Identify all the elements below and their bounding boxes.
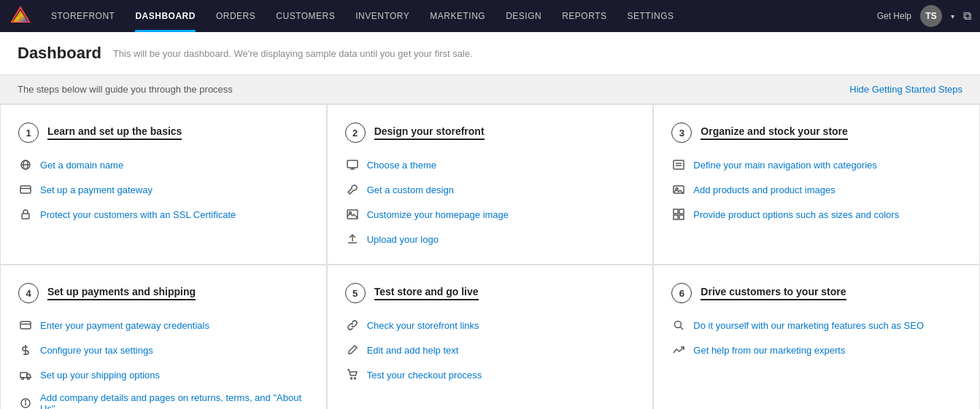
step-header-2: 2Design your storefront <box>345 122 636 143</box>
svg-point-27 <box>22 378 24 380</box>
pencil-icon <box>345 343 360 357</box>
step-header-4: 4Set up payments and shipping <box>18 283 309 303</box>
step-link-3-1[interactable]: Configure your tax settings <box>40 345 153 356</box>
step-link-1-1[interactable]: Get a custom design <box>367 184 454 195</box>
hide-getting-started-link[interactable]: Hide Getting Started Steps <box>849 84 962 95</box>
step-number-4: 4 <box>18 283 39 303</box>
svg-point-28 <box>28 378 30 380</box>
step-link-3-2[interactable]: Set up your shipping options <box>40 370 160 381</box>
step-link-2-0[interactable]: Define your main navigation with categor… <box>693 160 876 171</box>
list-item: Customize your homepage image <box>345 207 636 222</box>
step-link-4-0[interactable]: Check your storefront links <box>367 320 479 331</box>
trend-icon <box>671 343 686 357</box>
nav-item-design[interactable]: DESIGN <box>495 0 552 32</box>
external-link-icon[interactable]: ⧉ <box>963 9 971 23</box>
step-link-4-2[interactable]: Test your checkout process <box>367 370 482 381</box>
search-icon <box>671 318 686 332</box>
step-items-6: Do it yourself with our marketing featur… <box>671 318 962 357</box>
logo[interactable] <box>9 4 32 28</box>
list-item: Enter your payment gateway credentials <box>18 318 309 332</box>
list-item: Get a custom design <box>345 182 636 197</box>
truck-icon <box>18 367 33 382</box>
step-items-1: Get a domain nameSet up a payment gatewa… <box>18 157 309 222</box>
nav-item-dashboard[interactable]: DASHBOARD <box>125 0 206 32</box>
list-item: Set up a payment gateway <box>18 182 309 197</box>
getting-started-bar: The steps below will guide you through t… <box>0 75 980 104</box>
svg-rect-19 <box>674 209 678 214</box>
step-number-3: 3 <box>671 122 692 143</box>
step-header-1: 1Learn and set up the basics <box>18 122 309 143</box>
svg-rect-23 <box>20 322 31 329</box>
svg-rect-20 <box>679 209 684 214</box>
list-item: Provide product options such as sizes an… <box>671 207 962 222</box>
step-title-2: Design your storefront <box>374 125 485 140</box>
svg-rect-7 <box>22 214 29 219</box>
step-link-5-0[interactable]: Do it yourself with our marketing featur… <box>693 320 924 331</box>
image-icon <box>345 207 360 222</box>
cart-icon <box>345 367 360 382</box>
step-card-2: 2Design your storefrontChoose a themeGet… <box>327 104 654 265</box>
step-header-5: 5Test store and go live <box>345 283 636 303</box>
list-icon <box>671 157 686 172</box>
user-avatar[interactable]: TS <box>920 5 942 27</box>
info-icon <box>18 396 33 409</box>
step-link-1-2[interactable]: Customize your homepage image <box>367 209 509 220</box>
wrench-icon <box>345 182 360 197</box>
step-link-3-3[interactable]: Add company details and pages on returns… <box>40 392 309 409</box>
nav-item-storefront[interactable]: STOREFRONT <box>41 0 125 32</box>
step-items-2: Choose a themeGet a custom designCustomi… <box>345 157 636 246</box>
step-card-6: 6Drive customers to your storeDo it your… <box>653 265 980 409</box>
photo-icon <box>671 182 686 197</box>
upload-icon <box>345 232 360 246</box>
step-number-6: 6 <box>671 283 692 303</box>
nav-item-marketing[interactable]: MARKETING <box>420 0 495 32</box>
globe-icon <box>18 157 33 172</box>
credit-card-icon <box>18 318 33 332</box>
step-link-0-0[interactable]: Get a domain name <box>40 160 123 171</box>
nav-item-orders[interactable]: ORDERS <box>206 0 266 32</box>
step-title-3: Organize and stock your store <box>701 125 848 140</box>
dollar-icon <box>18 343 33 357</box>
step-header-6: 6Drive customers to your store <box>671 283 962 303</box>
nav-item-reports[interactable]: REPORTS <box>552 0 617 32</box>
list-item: Add company details and pages on returns… <box>18 392 309 409</box>
step-link-3-0[interactable]: Enter your payment gateway credentials <box>40 320 209 331</box>
svg-rect-26 <box>20 373 27 378</box>
list-item: Set up your shipping options <box>18 367 309 382</box>
step-number-2: 2 <box>345 122 366 143</box>
svg-point-34 <box>675 322 682 328</box>
step-card-4: 4Set up payments and shippingEnter your … <box>0 265 327 409</box>
svg-rect-8 <box>347 160 358 168</box>
svg-rect-5 <box>20 186 31 193</box>
list-item: Check your storefront links <box>345 318 636 332</box>
svg-point-31 <box>26 401 26 402</box>
step-link-0-2[interactable]: Protect your customers with an SSL Certi… <box>40 209 236 220</box>
avatar-chevron-icon[interactable]: ▾ <box>951 12 954 20</box>
step-link-5-1[interactable]: Get help from our marketing experts <box>693 345 845 356</box>
step-link-1-0[interactable]: Choose a theme <box>367 160 436 171</box>
step-number-5: 5 <box>345 283 366 303</box>
page-subtitle: This will be your dashboard. We're displ… <box>113 48 473 59</box>
list-item: Edit and add help text <box>345 343 636 357</box>
step-link-4-1[interactable]: Edit and add help text <box>367 345 459 356</box>
step-title-1: Learn and set up the basics <box>47 125 182 140</box>
step-card-1: 1Learn and set up the basicsGet a domain… <box>0 104 327 265</box>
monitor-icon <box>345 157 360 172</box>
svg-rect-22 <box>679 215 684 219</box>
nav-right: Get Help TS ▾ ⧉ <box>877 5 971 27</box>
get-help-link[interactable]: Get Help <box>877 11 911 21</box>
nav-item-customers[interactable]: CUSTOMERS <box>266 0 345 32</box>
list-item: Upload your logo <box>345 232 636 246</box>
list-item: Do it yourself with our marketing featur… <box>671 318 962 332</box>
list-item: Choose a theme <box>345 157 636 172</box>
step-link-2-2[interactable]: Provide product options such as sizes an… <box>693 209 899 220</box>
step-link-0-1[interactable]: Set up a payment gateway <box>40 184 153 195</box>
step-link-2-1[interactable]: Add products and product images <box>693 184 835 195</box>
nav-item-inventory[interactable]: INVENTORY <box>345 0 420 32</box>
step-title-4: Set up payments and shipping <box>47 286 196 300</box>
list-item: Protect your customers with an SSL Certi… <box>18 207 309 222</box>
nav-item-settings[interactable]: SETTINGS <box>617 0 684 32</box>
step-link-1-3[interactable]: Upload your logo <box>367 234 439 245</box>
step-card-3: 3Organize and stock your storeDefine you… <box>653 104 980 265</box>
list-item: Test your checkout process <box>345 367 636 382</box>
